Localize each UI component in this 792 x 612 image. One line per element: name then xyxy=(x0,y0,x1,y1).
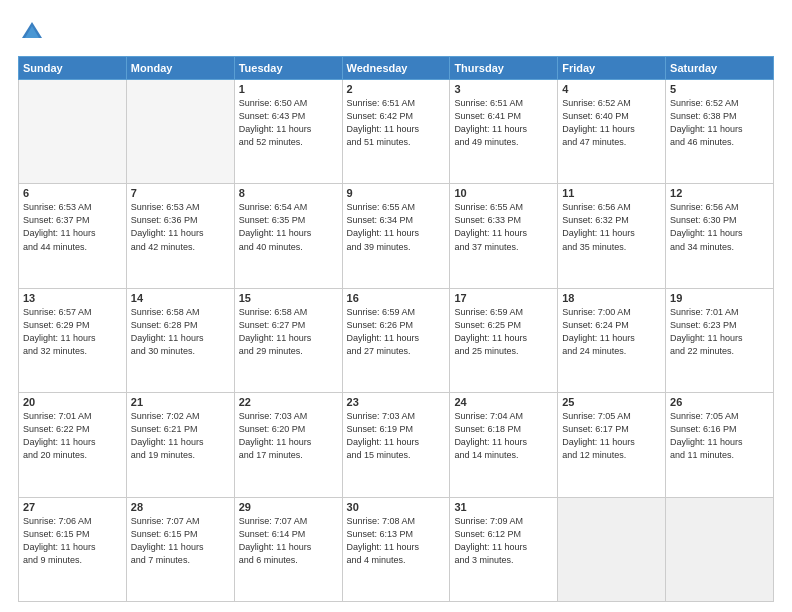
calendar-cell xyxy=(19,80,127,184)
calendar-cell: 10Sunrise: 6:55 AM Sunset: 6:33 PM Dayli… xyxy=(450,184,558,288)
header-wednesday: Wednesday xyxy=(342,57,450,80)
logo xyxy=(18,18,50,46)
day-number: 25 xyxy=(562,396,661,408)
calendar-cell: 27Sunrise: 7:06 AM Sunset: 6:15 PM Dayli… xyxy=(19,497,127,601)
day-number: 9 xyxy=(347,187,446,199)
calendar-cell: 14Sunrise: 6:58 AM Sunset: 6:28 PM Dayli… xyxy=(126,288,234,392)
day-info: Sunrise: 7:09 AM Sunset: 6:12 PM Dayligh… xyxy=(454,515,553,567)
day-number: 26 xyxy=(670,396,769,408)
calendar-cell: 16Sunrise: 6:59 AM Sunset: 6:26 PM Dayli… xyxy=(342,288,450,392)
calendar-cell: 8Sunrise: 6:54 AM Sunset: 6:35 PM Daylig… xyxy=(234,184,342,288)
day-number: 4 xyxy=(562,83,661,95)
calendar-cell: 26Sunrise: 7:05 AM Sunset: 6:16 PM Dayli… xyxy=(666,393,774,497)
calendar-cell: 17Sunrise: 6:59 AM Sunset: 6:25 PM Dayli… xyxy=(450,288,558,392)
header-saturday: Saturday xyxy=(666,57,774,80)
day-number: 3 xyxy=(454,83,553,95)
calendar-cell: 6Sunrise: 6:53 AM Sunset: 6:37 PM Daylig… xyxy=(19,184,127,288)
day-number: 12 xyxy=(670,187,769,199)
calendar-header-row: SundayMondayTuesdayWednesdayThursdayFrid… xyxy=(19,57,774,80)
day-number: 18 xyxy=(562,292,661,304)
day-info: Sunrise: 6:56 AM Sunset: 6:30 PM Dayligh… xyxy=(670,201,769,253)
day-info: Sunrise: 7:01 AM Sunset: 6:22 PM Dayligh… xyxy=(23,410,122,462)
calendar-week-row: 20Sunrise: 7:01 AM Sunset: 6:22 PM Dayli… xyxy=(19,393,774,497)
calendar-week-row: 6Sunrise: 6:53 AM Sunset: 6:37 PM Daylig… xyxy=(19,184,774,288)
day-number: 30 xyxy=(347,501,446,513)
calendar-table: SundayMondayTuesdayWednesdayThursdayFrid… xyxy=(18,56,774,602)
day-info: Sunrise: 6:53 AM Sunset: 6:36 PM Dayligh… xyxy=(131,201,230,253)
day-number: 21 xyxy=(131,396,230,408)
day-info: Sunrise: 6:52 AM Sunset: 6:40 PM Dayligh… xyxy=(562,97,661,149)
day-number: 15 xyxy=(239,292,338,304)
day-info: Sunrise: 6:59 AM Sunset: 6:25 PM Dayligh… xyxy=(454,306,553,358)
calendar-cell: 15Sunrise: 6:58 AM Sunset: 6:27 PM Dayli… xyxy=(234,288,342,392)
page: SundayMondayTuesdayWednesdayThursdayFrid… xyxy=(0,0,792,612)
day-info: Sunrise: 7:05 AM Sunset: 6:16 PM Dayligh… xyxy=(670,410,769,462)
calendar-cell xyxy=(666,497,774,601)
day-number: 13 xyxy=(23,292,122,304)
calendar-cell xyxy=(126,80,234,184)
day-info: Sunrise: 6:54 AM Sunset: 6:35 PM Dayligh… xyxy=(239,201,338,253)
day-number: 10 xyxy=(454,187,553,199)
day-info: Sunrise: 6:51 AM Sunset: 6:42 PM Dayligh… xyxy=(347,97,446,149)
logo-icon xyxy=(18,18,46,46)
header-thursday: Thursday xyxy=(450,57,558,80)
day-info: Sunrise: 6:53 AM Sunset: 6:37 PM Dayligh… xyxy=(23,201,122,253)
calendar-cell: 12Sunrise: 6:56 AM Sunset: 6:30 PM Dayli… xyxy=(666,184,774,288)
calendar-cell: 1Sunrise: 6:50 AM Sunset: 6:43 PM Daylig… xyxy=(234,80,342,184)
day-info: Sunrise: 6:56 AM Sunset: 6:32 PM Dayligh… xyxy=(562,201,661,253)
day-info: Sunrise: 7:04 AM Sunset: 6:18 PM Dayligh… xyxy=(454,410,553,462)
day-info: Sunrise: 6:57 AM Sunset: 6:29 PM Dayligh… xyxy=(23,306,122,358)
day-info: Sunrise: 7:01 AM Sunset: 6:23 PM Dayligh… xyxy=(670,306,769,358)
calendar-cell: 7Sunrise: 6:53 AM Sunset: 6:36 PM Daylig… xyxy=(126,184,234,288)
day-info: Sunrise: 6:58 AM Sunset: 6:27 PM Dayligh… xyxy=(239,306,338,358)
calendar-cell: 21Sunrise: 7:02 AM Sunset: 6:21 PM Dayli… xyxy=(126,393,234,497)
calendar-cell: 30Sunrise: 7:08 AM Sunset: 6:13 PM Dayli… xyxy=(342,497,450,601)
day-info: Sunrise: 7:03 AM Sunset: 6:19 PM Dayligh… xyxy=(347,410,446,462)
calendar-cell: 5Sunrise: 6:52 AM Sunset: 6:38 PM Daylig… xyxy=(666,80,774,184)
day-number: 14 xyxy=(131,292,230,304)
header-tuesday: Tuesday xyxy=(234,57,342,80)
calendar-cell: 13Sunrise: 6:57 AM Sunset: 6:29 PM Dayli… xyxy=(19,288,127,392)
calendar-cell: 25Sunrise: 7:05 AM Sunset: 6:17 PM Dayli… xyxy=(558,393,666,497)
day-number: 6 xyxy=(23,187,122,199)
day-info: Sunrise: 7:03 AM Sunset: 6:20 PM Dayligh… xyxy=(239,410,338,462)
day-number: 22 xyxy=(239,396,338,408)
day-info: Sunrise: 7:07 AM Sunset: 6:14 PM Dayligh… xyxy=(239,515,338,567)
header-monday: Monday xyxy=(126,57,234,80)
calendar-cell: 18Sunrise: 7:00 AM Sunset: 6:24 PM Dayli… xyxy=(558,288,666,392)
calendar-cell: 19Sunrise: 7:01 AM Sunset: 6:23 PM Dayli… xyxy=(666,288,774,392)
calendar-cell: 24Sunrise: 7:04 AM Sunset: 6:18 PM Dayli… xyxy=(450,393,558,497)
day-number: 20 xyxy=(23,396,122,408)
calendar-cell xyxy=(558,497,666,601)
day-number: 28 xyxy=(131,501,230,513)
day-info: Sunrise: 6:52 AM Sunset: 6:38 PM Dayligh… xyxy=(670,97,769,149)
calendar-cell: 31Sunrise: 7:09 AM Sunset: 6:12 PM Dayli… xyxy=(450,497,558,601)
day-number: 17 xyxy=(454,292,553,304)
calendar-week-row: 13Sunrise: 6:57 AM Sunset: 6:29 PM Dayli… xyxy=(19,288,774,392)
day-number: 1 xyxy=(239,83,338,95)
day-info: Sunrise: 7:07 AM Sunset: 6:15 PM Dayligh… xyxy=(131,515,230,567)
day-info: Sunrise: 7:02 AM Sunset: 6:21 PM Dayligh… xyxy=(131,410,230,462)
day-number: 27 xyxy=(23,501,122,513)
calendar-cell: 3Sunrise: 6:51 AM Sunset: 6:41 PM Daylig… xyxy=(450,80,558,184)
day-info: Sunrise: 6:51 AM Sunset: 6:41 PM Dayligh… xyxy=(454,97,553,149)
day-info: Sunrise: 6:59 AM Sunset: 6:26 PM Dayligh… xyxy=(347,306,446,358)
day-info: Sunrise: 7:08 AM Sunset: 6:13 PM Dayligh… xyxy=(347,515,446,567)
day-number: 7 xyxy=(131,187,230,199)
day-info: Sunrise: 7:06 AM Sunset: 6:15 PM Dayligh… xyxy=(23,515,122,567)
day-info: Sunrise: 7:05 AM Sunset: 6:17 PM Dayligh… xyxy=(562,410,661,462)
day-number: 31 xyxy=(454,501,553,513)
calendar-cell: 29Sunrise: 7:07 AM Sunset: 6:14 PM Dayli… xyxy=(234,497,342,601)
day-number: 23 xyxy=(347,396,446,408)
day-number: 2 xyxy=(347,83,446,95)
calendar-cell: 11Sunrise: 6:56 AM Sunset: 6:32 PM Dayli… xyxy=(558,184,666,288)
calendar-cell: 20Sunrise: 7:01 AM Sunset: 6:22 PM Dayli… xyxy=(19,393,127,497)
calendar-week-row: 27Sunrise: 7:06 AM Sunset: 6:15 PM Dayli… xyxy=(19,497,774,601)
day-info: Sunrise: 7:00 AM Sunset: 6:24 PM Dayligh… xyxy=(562,306,661,358)
day-info: Sunrise: 6:55 AM Sunset: 6:34 PM Dayligh… xyxy=(347,201,446,253)
day-number: 8 xyxy=(239,187,338,199)
calendar-cell: 4Sunrise: 6:52 AM Sunset: 6:40 PM Daylig… xyxy=(558,80,666,184)
day-number: 19 xyxy=(670,292,769,304)
calendar-cell: 28Sunrise: 7:07 AM Sunset: 6:15 PM Dayli… xyxy=(126,497,234,601)
day-number: 16 xyxy=(347,292,446,304)
